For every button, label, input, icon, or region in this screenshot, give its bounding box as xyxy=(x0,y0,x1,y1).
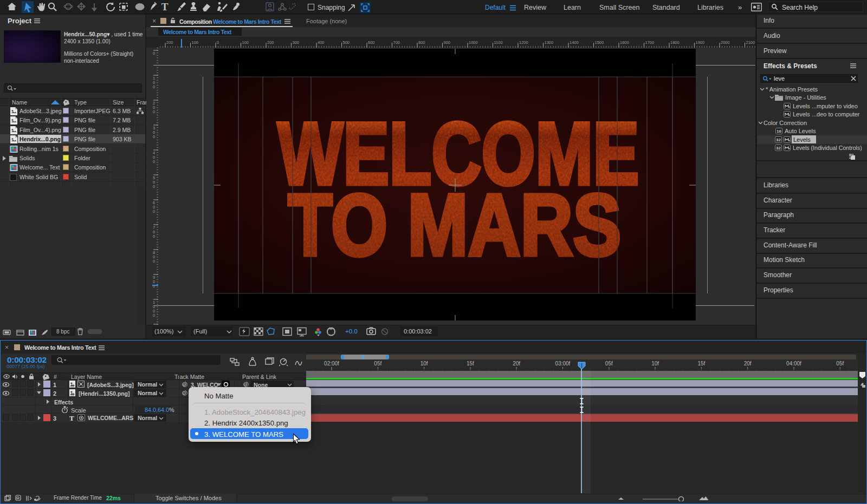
svg-text:0: 0 xyxy=(153,284,155,289)
svg-text:16: 16 xyxy=(777,129,781,134)
svg-text:TO MARS: TO MARS xyxy=(288,175,622,273)
svg-text:1200: 1200 xyxy=(519,40,528,45)
svg-text:500: 500 xyxy=(343,40,350,45)
svg-text:04:00f: 04:00f xyxy=(786,361,801,366)
svg-text:1000: 1000 xyxy=(469,40,478,45)
svg-text:1500: 1500 xyxy=(595,40,604,45)
svg-text:15f: 15f xyxy=(697,361,705,366)
svg-text:05f: 05f xyxy=(605,361,613,366)
svg-text:0: 0 xyxy=(153,109,155,114)
svg-text:0: 0 xyxy=(153,159,155,164)
svg-text:20f: 20f xyxy=(513,361,520,366)
svg-text:03:00f: 03:00f xyxy=(555,361,571,366)
svg-text:1300: 1300 xyxy=(545,40,554,45)
svg-text:1900: 1900 xyxy=(696,40,705,45)
svg-text:1800: 1800 xyxy=(670,40,680,45)
svg-text:2100: 2100 xyxy=(746,40,755,45)
svg-text:200: 200 xyxy=(267,40,274,45)
svg-text:0: 0 xyxy=(153,51,155,56)
svg-text:800: 800 xyxy=(418,40,425,45)
svg-text:0: 0 xyxy=(153,209,155,214)
svg-text:400: 400 xyxy=(318,40,325,45)
svg-text:32: 32 xyxy=(776,138,781,142)
svg-text:15f: 15f xyxy=(467,361,474,366)
svg-text:10f: 10f xyxy=(420,361,428,366)
svg-text:T: T xyxy=(161,1,169,12)
svg-text:0: 0 xyxy=(153,234,155,239)
svg-text:300: 300 xyxy=(293,40,300,45)
svg-text:10f: 10f xyxy=(651,361,659,366)
svg-text:0: 0 xyxy=(217,40,219,45)
svg-text:05f: 05f xyxy=(374,361,381,366)
svg-text:1600: 1600 xyxy=(620,40,629,45)
svg-text:1100: 1100 xyxy=(494,40,503,45)
svg-text:0: 0 xyxy=(153,313,155,318)
svg-text:20f: 20f xyxy=(744,361,752,366)
svg-text:200: 200 xyxy=(166,40,173,45)
svg-text:0: 0 xyxy=(153,84,155,89)
svg-text:0: 0 xyxy=(153,134,155,139)
svg-text:2000: 2000 xyxy=(721,40,730,45)
svg-text:100: 100 xyxy=(242,40,249,45)
svg-text:02:00f: 02:00f xyxy=(324,361,339,366)
svg-text:1400: 1400 xyxy=(570,40,579,45)
svg-text:900: 900 xyxy=(444,40,451,45)
svg-text:0: 0 xyxy=(153,259,155,264)
svg-text:0: 0 xyxy=(153,184,155,189)
svg-text:32: 32 xyxy=(776,146,781,150)
svg-text:600: 600 xyxy=(368,40,375,45)
svg-text:1700: 1700 xyxy=(645,40,655,45)
svg-text:05f: 05f xyxy=(836,361,844,366)
svg-text:100: 100 xyxy=(192,40,199,45)
svg-text:700: 700 xyxy=(393,40,400,45)
